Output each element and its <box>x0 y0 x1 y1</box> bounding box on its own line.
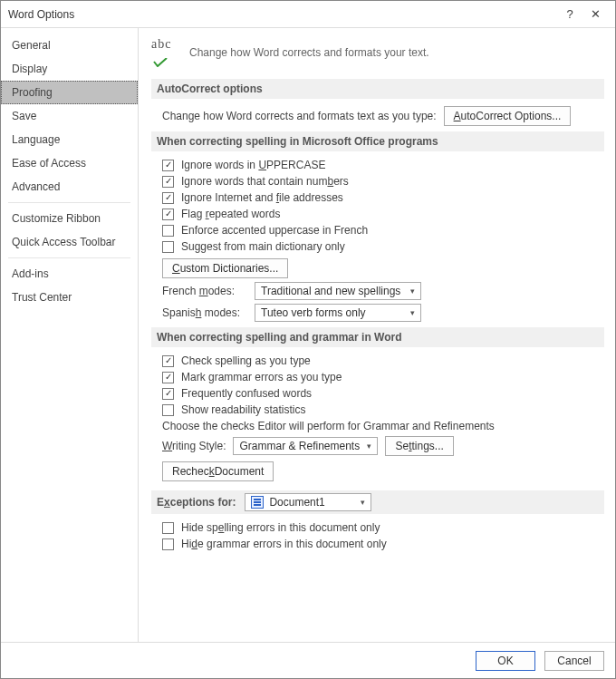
office-opt-2-row: Ignore Internet and file addresses <box>162 191 604 204</box>
word-opt-0-checkbox[interactable] <box>162 355 174 367</box>
exceptions-dropdown[interactable]: Document1 ▾ <box>245 493 371 511</box>
exception-opt-1-checkbox[interactable] <box>162 538 174 550</box>
chevron-down-icon: ▾ <box>410 308 415 317</box>
window-title: Word Options <box>8 8 557 21</box>
exception-opt-1-row: Hide grammar errors in this document onl… <box>162 538 604 550</box>
office-opt-3-checkbox[interactable] <box>162 209 174 220</box>
sidebar-item-add-ins[interactable]: Add-ins <box>1 262 138 286</box>
chevron-down-icon: ▾ <box>367 441 371 451</box>
exception-opt-0-label[interactable]: Hide spelling errors in this document on… <box>181 521 380 534</box>
sidebar-item-general[interactable]: General <box>1 34 138 57</box>
writing-style-dropdown[interactable]: Grammar & Refinements ▾ <box>233 437 378 455</box>
sidebar: General Display Proofing Save Language E… <box>1 28 139 643</box>
french-modes-label: French modes: <box>162 285 247 297</box>
autocorrect-label: Change how Word corrects and formats tex… <box>162 110 437 122</box>
word-opt-3-checkbox[interactable] <box>162 404 174 416</box>
exception-opt-0-checkbox[interactable] <box>162 522 174 534</box>
office-opt-1-label[interactable]: Ignore words that contain numbers <box>181 175 349 188</box>
sidebar-separator <box>8 202 130 203</box>
office-opt-5-label[interactable]: Suggest from main dictionary only <box>181 240 345 253</box>
checkmark-icon <box>153 57 168 66</box>
office-opt-5-row: Suggest from main dictionary only <box>162 240 604 253</box>
exception-opt-0-row: Hide spelling errors in this document on… <box>162 521 604 534</box>
word-opt-1-row: Mark grammar errors as you type <box>162 371 604 383</box>
word-opt-1-label[interactable]: Mark grammar errors as you type <box>181 371 342 383</box>
intro-text: Change how Word corrects and formats you… <box>189 46 429 59</box>
sidebar-separator <box>8 257 130 258</box>
office-opt-1-checkbox[interactable] <box>162 176 174 188</box>
sidebar-item-save[interactable]: Save <box>1 104 138 128</box>
sidebar-item-advanced[interactable]: Advanced <box>1 175 138 199</box>
ok-button[interactable]: OK <box>476 651 535 671</box>
main-area: General Display Proofing Save Language E… <box>1 28 615 643</box>
office-opt-2-checkbox[interactable] <box>162 192 174 204</box>
abc-text: abc <box>151 37 171 52</box>
sidebar-item-proofing[interactable]: Proofing <box>1 81 138 104</box>
office-opt-0-label[interactable]: Ignore words in UPPERCASE <box>181 159 325 171</box>
word-opt-2-label[interactable]: Frequently confused words <box>181 387 312 400</box>
spanish-modes-dropdown[interactable]: Tuteo verb forms only ▾ <box>255 304 421 322</box>
exceptions-label: Exceptions for: <box>157 496 236 509</box>
office-opt-2-label[interactable]: Ignore Internet and file addresses <box>181 191 343 204</box>
custom-dictionaries-button[interactable]: Custom Dictionaries... <box>162 258 288 278</box>
cancel-button[interactable]: Cancel <box>544 651 604 671</box>
office-opt-5-checkbox[interactable] <box>162 241 174 253</box>
office-opt-1-row: Ignore words that contain numbers <box>162 175 604 188</box>
word-opt-2-row: Frequently confused words <box>162 387 604 400</box>
word-opt-3-row: Show readability statistics <box>162 403 604 416</box>
settings-button[interactable]: Settings... <box>385 436 453 456</box>
section-exceptions: Exceptions for: Document1 ▾ <box>151 490 604 514</box>
section-autocorrect: AutoCorrect options <box>151 79 604 99</box>
autocorrect-options-button[interactable]: AutoCorrect Options... <box>444 106 572 126</box>
chevron-down-icon: ▾ <box>361 498 365 507</box>
help-icon[interactable]: ? <box>557 7 582 21</box>
exception-opt-1-label[interactable]: Hide grammar errors in this document onl… <box>181 538 387 550</box>
sidebar-item-ease-of-access[interactable]: Ease of Access <box>1 151 138 175</box>
intro-row: abc Change how Word corrects and formats… <box>151 39 604 66</box>
word-opt-0-label[interactable]: Check spelling as you type <box>181 354 311 367</box>
word-opt-2-checkbox[interactable] <box>162 388 174 400</box>
office-opt-0-row: Ignore words in UPPERCASE <box>162 159 604 171</box>
content-pane: abc Change how Word corrects and formats… <box>139 28 615 643</box>
office-opt-3-row: Flag repeated words <box>162 208 604 220</box>
office-opt-3-label[interactable]: Flag repeated words <box>181 208 280 220</box>
chevron-down-icon: ▾ <box>410 286 415 296</box>
title-bar: Word Options ? ✕ <box>1 1 615 28</box>
close-icon[interactable]: ✕ <box>582 7 608 21</box>
word-opt-1-checkbox[interactable] <box>162 372 174 383</box>
proofing-icon: abc <box>151 39 178 66</box>
section-spelling-office: When correcting spelling in Microsoft Of… <box>151 131 604 151</box>
sidebar-item-quick-access-toolbar[interactable]: Quick Access Toolbar <box>1 230 138 254</box>
office-opt-4-row: Enforce accented uppercase in French <box>162 224 604 237</box>
french-modes-dropdown[interactable]: Traditional and new spellings ▾ <box>255 282 421 300</box>
sidebar-item-customize-ribbon[interactable]: Customize Ribbon <box>1 207 138 230</box>
sidebar-item-trust-center[interactable]: Trust Center <box>1 286 138 309</box>
office-opt-4-checkbox[interactable] <box>162 225 174 237</box>
recheck-document-button[interactable]: Recheck Document <box>162 461 274 481</box>
choose-checks-label: Choose the checks Editor will perform fo… <box>162 420 604 432</box>
office-opt-4-label[interactable]: Enforce accented uppercase in French <box>181 224 368 237</box>
word-opt-3-label[interactable]: Show readability statistics <box>181 403 305 416</box>
autocorrect-row: Change how Word corrects and formats tex… <box>162 106 604 126</box>
office-opt-0-checkbox[interactable] <box>162 160 174 171</box>
sidebar-item-display[interactable]: Display <box>1 57 138 81</box>
word-opt-0-row: Check spelling as you type <box>162 354 604 367</box>
spanish-modes-label: Spanish modes: <box>162 306 247 319</box>
sidebar-item-language[interactable]: Language <box>1 128 138 151</box>
document-icon <box>251 496 264 509</box>
footer: OK Cancel <box>1 642 615 678</box>
section-spelling-word: When correcting spelling and grammar in … <box>151 327 604 347</box>
writing-style-label: Writing Style: <box>162 440 226 452</box>
